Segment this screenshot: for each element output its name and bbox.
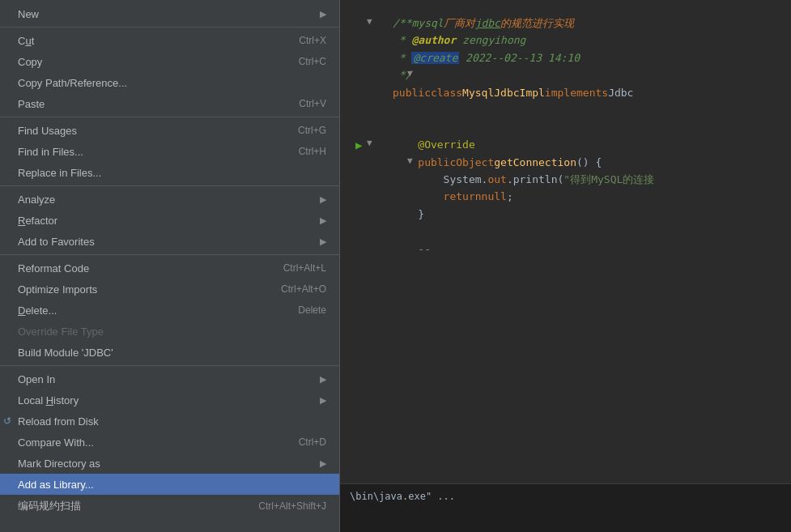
context-menu: New ▶ Cut Ctrl+X Copy Ctrl+C Copy Path/R… [0,0,340,532]
menu-item-copy-path[interactable]: Copy Path/Reference... [0,72,339,93]
menu-item-cut[interactable]: Cut Ctrl+X [0,30,339,51]
menu-item-analyze[interactable]: Analyze ▶ [0,189,339,210]
menu-item-replace-in-files[interactable]: Replace in Files... [0,162,339,183]
menu-item-optimize-imports-label: Optimize Imports [18,283,257,296]
menu-item-copy-shortcut: Ctrl+C [299,56,326,67]
menu-item-find-usages[interactable]: Find Usages Ctrl+G [0,120,339,141]
code-line-return: return null; [393,188,779,205]
menu-item-add-as-library-label: Add as Library... [18,479,326,491]
code-line-blank-3 [393,223,779,240]
menu-item-find-in-files-label: Find in Files... [18,146,274,158]
menu-item-optimize-imports-shortcut: Ctrl+Alt+O [281,283,326,295]
code-keyword-class: class [431,84,462,101]
code-comment-2: * @author zengyihong [393,32,525,49]
separator-1 [0,27,339,28]
code-line-brace: } [393,206,779,223]
menu-item-add-as-library[interactable]: Add as Library... [0,474,339,495]
menu-arrow-add-to-favorites: ▶ [320,236,326,247]
menu-item-mark-directory-as[interactable]: Mark Directory as ▶ [0,453,339,474]
code-line-blank-2 [393,119,779,136]
menu-item-find-in-files-shortcut: Ctrl+H [299,146,326,157]
menu-item-cut-label: Cut [18,35,274,47]
menu-item-encoding-scan-shortcut: Ctrl+Alt+Shift+J [258,500,326,512]
separator-2 [0,117,339,117]
menu-item-add-to-favorites-label: Add to Favorites [18,236,313,248]
code-println: System.out.println("得到MySQL的连接 [393,171,654,188]
terminal-text: \bin\java.exe" ... [350,491,455,502]
menu-item-local-history[interactable]: Local History ▶ [0,389,339,411]
menu-item-paste-label: Paste [18,98,274,110]
code-line-3: * @create 2022--02--13 14:10 [393,49,779,66]
code-classname: MysqlJdbcImpl [462,84,545,101]
code-comment-3: * @create 2022--02--13 14:10 [393,49,580,66]
code-annotation: @Override [393,136,475,153]
code-line-annotation: @Override [393,136,779,153]
menu-item-new-label: New [18,8,313,20]
code-kw-return: return [393,188,482,205]
menu-item-delete[interactable]: Delete... Delete [0,300,339,321]
run-indicator[interactable]: ▶ [355,136,362,155]
separator-3 [0,185,339,186]
code-line-println: System.out.println("得到MySQL的连接 [393,171,779,188]
menu-item-optimize-imports[interactable]: Optimize Imports Ctrl+Alt+O [0,279,339,300]
menu-item-copy[interactable]: Copy Ctrl+C [0,51,339,72]
menu-item-cut-shortcut: Ctrl+X [299,35,326,46]
code-closing-brace: } [393,206,424,223]
code-semicolon: ; [507,188,513,205]
code-null: null [482,188,507,205]
code-interface: Jdbc [608,84,633,101]
menu-item-paste[interactable]: Paste Ctrl+V [0,93,339,114]
code-line-5: public class MysqlJdbcImpl implements Jd… [393,84,779,101]
code-line-blank-1 [393,101,779,118]
menu-item-replace-in-files-label: Replace in Files... [18,167,326,179]
menu-item-compare-with[interactable]: Compare With... Ctrl+D [0,432,339,453]
code-keyword-impl: implements [545,84,608,101]
menu-item-find-in-files[interactable]: Find in Files... Ctrl+H [0,141,339,162]
menu-item-encoding-scan[interactable]: 编码规约扫描 Ctrl+Alt+Shift+J [0,495,339,517]
menu-arrow-local-history: ▶ [320,395,326,406]
menu-item-compare-with-label: Compare With... [18,436,274,449]
fold-icon-method[interactable]: ▼ [407,154,413,168]
menu-arrow-analyze: ▶ [320,194,326,205]
menu-item-delete-label: Delete... [18,304,274,317]
code-line-4: ▼ */ [393,66,779,83]
menu-item-new[interactable]: New ▶ [0,3,339,24]
fold-icon-1[interactable]: ▼ [367,15,372,29]
code-line-1: /**mysql厂商对jdbc的规范进行实现 [393,15,779,32]
separator-4 [0,254,339,255]
menu-item-reformat-code-label: Reformat Code [18,262,259,275]
menu-item-build-module[interactable]: Build Module 'JDBC' [0,342,339,363]
menu-item-reload-from-disk[interactable]: ↺ Reload from Disk [0,411,339,432]
menu-item-refactor[interactable]: Refactor ▶ [0,210,339,231]
separator-5 [0,365,339,366]
code-kw-public2: public [393,154,456,171]
menu-item-reformat-code[interactable]: Reformat Code Ctrl+Alt+L [0,257,339,279]
menu-item-open-in[interactable]: Open In ▶ [0,368,339,389]
menu-item-add-to-favorites[interactable]: Add to Favorites ▶ [0,231,339,252]
menu-item-open-in-label: Open In [18,373,313,385]
fold-icon-override[interactable]: ▼ [367,136,372,151]
menu-item-copy-path-label: Copy Path/Reference... [18,77,326,89]
menu-item-copy-label: Copy [18,56,274,68]
menu-item-find-usages-shortcut: Ctrl+G [298,125,326,136]
menu-item-find-usages-label: Find Usages [18,125,274,137]
terminal-bar: \bin\java.exe" ... [340,483,791,532]
menu-item-override-file-type-label: Override File Type [18,326,326,338]
menu-item-refactor-label: Refactor [18,215,313,227]
menu-item-mark-directory-as-label: Mark Directory as [18,458,313,470]
menu-item-override-file-type: Override File Type [0,321,339,342]
code-line-2: * @author zengyihong [393,32,779,49]
menu-item-paste-shortcut: Ctrl+V [299,98,326,109]
menu-item-delete-shortcut: Delete [298,304,326,316]
menu-arrow-mark-directory: ▶ [320,458,326,469]
menu-item-compare-with-shortcut: Ctrl+D [299,436,326,448]
menu-item-reload-from-disk-label: Reload from Disk [18,415,326,428]
menu-item-build-module-label: Build Module 'JDBC' [18,347,326,359]
menu-arrow-open-in: ▶ [320,374,326,385]
code-comment-1: /**mysql厂商对jdbc的规范进行实现 [393,15,574,32]
fold-icon-4[interactable]: ▼ [407,66,413,81]
code-kw-object: Object [456,154,494,171]
code-method-name: getConnection [494,154,576,171]
code-method-paren: () { [576,154,602,171]
menu-item-analyze-label: Analyze [18,194,313,206]
